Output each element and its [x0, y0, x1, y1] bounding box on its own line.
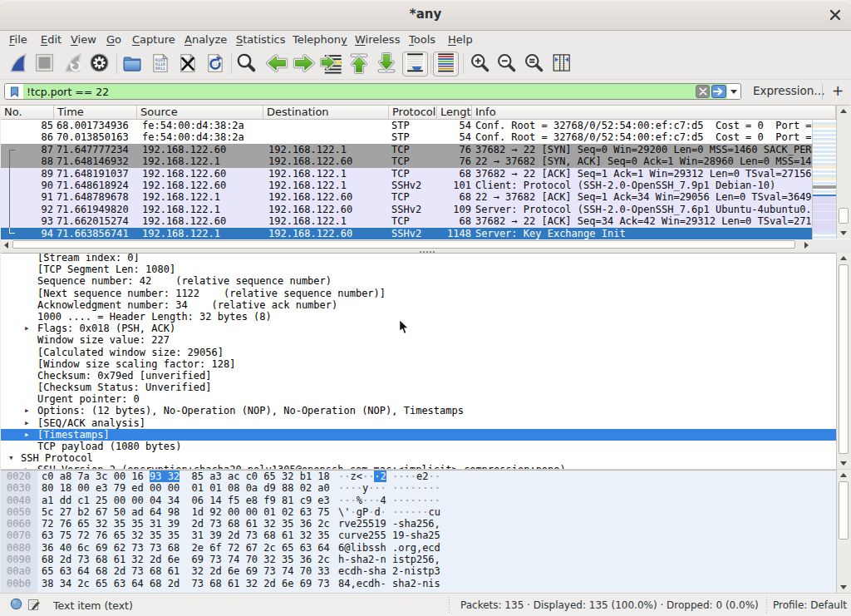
go-forward-button[interactable]: [293, 52, 316, 76]
hex-vscrollbar[interactable]: [836, 470, 850, 593]
go-first-button[interactable]: [347, 52, 371, 76]
packet-list-hscrollbar[interactable]: [1, 239, 812, 250]
hex-row-0030[interactable]: 003080 18 00 e3 79 ed 00 00 01 01 08 0a …: [1, 482, 836, 494]
packet-row-92[interactable]: 9271.661949820192.168.122.1192.168.122.6…: [1, 204, 812, 215]
go-last-button[interactable]: [375, 52, 398, 76]
scroll-down-icon[interactable]: [837, 582, 850, 593]
packet-list-minimap[interactable]: [812, 121, 836, 239]
detail-line[interactable]: ▸Options: (12 bytes), No-Operation (NOP)…: [1, 405, 836, 416]
resize-columns-button[interactable]: [549, 52, 573, 76]
scrollbar-thumb[interactable]: [839, 208, 849, 224]
menu-go[interactable]: Go: [106, 33, 121, 46]
column-header-info[interactable]: Info: [472, 106, 836, 120]
detail-line[interactable]: [Calculated window size: 29056]: [1, 347, 836, 358]
detail-line[interactable]: Urgent pointer: 0: [1, 393, 836, 405]
filter-bookmark-button[interactable]: [5, 84, 23, 99]
menu-statistics[interactable]: Statistics: [236, 33, 285, 46]
detail-line[interactable]: [TCP Segment Len: 1080]: [1, 264, 836, 275]
hex-row-0040[interactable]: 0040a1 dd c1 25 00 00 04 34 06 14 f5 e8 …: [1, 495, 836, 506]
packet-row-89[interactable]: 8971.648191037192.168.122.60192.168.122.…: [1, 168, 812, 180]
zoom-original-button[interactable]: [522, 52, 545, 76]
titlebar[interactable]: *any: [0, 0, 851, 31]
expander-closed-icon[interactable]: ▸: [24, 417, 30, 429]
start-capture-button[interactable]: [6, 52, 29, 76]
detail-line[interactable]: [Window size scaling factor: 128]: [1, 358, 836, 370]
capture-comment-icon[interactable]: [27, 598, 41, 614]
go-back-button[interactable]: [265, 52, 288, 76]
filter-add-button[interactable]: +: [832, 82, 844, 99]
close-file-button[interactable]: 01010110: [176, 52, 199, 76]
filter-dropdown-button[interactable]: [727, 84, 740, 99]
status-profile[interactable]: Profile: Default: [773, 599, 847, 611]
hex-row-00a0[interactable]: 00a065 63 64 68 2d 73 68 61 32 2d 6e 69 …: [1, 565, 836, 577]
detail-line[interactable]: ▸[SEQ/ACK analysis]: [1, 417, 836, 429]
detail-line[interactable]: TCP payload (1080 bytes): [1, 441, 836, 452]
scroll-left-icon[interactable]: [1, 239, 12, 250]
menu-telephony[interactable]: Telephony: [293, 33, 347, 46]
expression-button[interactable]: Expression…: [753, 84, 825, 97]
expander-closed-icon[interactable]: ▸: [24, 429, 30, 441]
stop-capture-button[interactable]: [32, 52, 56, 76]
detail-line[interactable]: Window size value: 227: [1, 334, 836, 346]
menu-file[interactable]: File: [9, 33, 27, 46]
detail-line[interactable]: Acknowledgment number: 34 (relative ack …: [1, 299, 836, 311]
scroll-right-icon[interactable]: [801, 239, 812, 250]
packet-row-87[interactable]: 8771.647777234192.168.122.60192.168.122.…: [1, 144, 812, 155]
menu-view[interactable]: View: [71, 33, 96, 46]
detail-line[interactable]: [Checksum Status: Unverified]: [1, 382, 836, 393]
close-icon[interactable]: [829, 8, 842, 22]
column-header-time[interactable]: Time: [54, 106, 137, 120]
detail-line[interactable]: [Next sequence number: 1122 (relative se…: [1, 288, 836, 299]
find-packet-button[interactable]: [234, 52, 258, 76]
column-header-source[interactable]: Source: [137, 106, 263, 120]
hex-row-00b0[interactable]: 00b038 34 2c 65 63 64 68 2d 73 68 61 32 …: [1, 578, 836, 589]
hex-row-0020[interactable]: 0020c0 a8 7a 3c 00 16 93 32 85 a3 ac c0 …: [1, 471, 836, 482]
capture-options-button[interactable]: [87, 52, 111, 76]
packet-row-90[interactable]: 9071.648618924192.168.122.60192.168.122.…: [1, 180, 812, 191]
display-filter-input[interactable]: !tcp.port == 22: [23, 86, 696, 98]
packet-list-vscrollbar[interactable]: [836, 106, 850, 239]
packet-row-88[interactable]: 8871.648146932192.168.122.1192.168.122.6…: [1, 155, 812, 167]
reload-file-button[interactable]: 01010110: [204, 52, 227, 76]
zoom-out-button[interactable]: [494, 52, 518, 76]
hex-row-0070[interactable]: 007063 75 72 76 65 32 35 35 31 39 2d 73 …: [1, 530, 836, 541]
expander-closed-icon[interactable]: ▸: [24, 323, 30, 334]
detail-vscrollbar[interactable]: [836, 253, 850, 469]
packet-row-94[interactable]: 9471.663856741192.168.122.1192.168.122.6…: [1, 228, 812, 239]
expert-info-icon[interactable]: [10, 598, 22, 613]
packet-row-93[interactable]: 9371.662015274192.168.122.60192.168.122.…: [1, 215, 812, 227]
scroll-down-icon[interactable]: [837, 458, 850, 469]
column-header-length[interactable]: Length: [437, 106, 472, 120]
menu-help[interactable]: Help: [448, 33, 473, 46]
scroll-down-icon[interactable]: [837, 228, 850, 239]
scrollbar-thumb[interactable]: [839, 264, 849, 454]
filter-apply-button[interactable]: [711, 85, 726, 98]
scrollbar-thumb[interactable]: [839, 481, 849, 540]
detail-line-selected[interactable]: ▸[Timestamps]: [1, 429, 836, 441]
packet-row-85[interactable]: 8568.001734936fe:54:00:d4:38:2aSTP54Conf…: [1, 120, 812, 131]
auto-scroll-button[interactable]: [402, 52, 428, 76]
column-header-destination[interactable]: Destination: [263, 106, 389, 120]
filter-clear-button[interactable]: [696, 85, 710, 98]
hex-row-0080[interactable]: 008036 40 6c 69 62 73 73 68 2e 6f 72 67 …: [1, 542, 836, 554]
menu-tools[interactable]: Tools: [409, 33, 435, 46]
detail-line[interactable]: ▾SSH Protocol: [1, 452, 836, 464]
detail-line[interactable]: ▸Flags: 0x018 (PSH, ACK): [1, 323, 836, 334]
packet-row-91[interactable]: 9171.648789678192.168.122.1192.168.122.6…: [1, 191, 812, 203]
hex-row-0050[interactable]: 00505c 27 b2 67 50 ad 64 98 1d 92 00 00 …: [1, 506, 836, 518]
column-header-protocol[interactable]: Protocol: [389, 106, 437, 120]
colorize-button[interactable]: [433, 52, 459, 76]
menu-analyze[interactable]: Analyze: [184, 33, 227, 46]
expander-closed-icon[interactable]: ▸: [24, 405, 30, 416]
expander-open-icon[interactable]: ▾: [8, 452, 14, 464]
hex-row-0090[interactable]: 009068 2d 73 68 61 32 2d 6e 69 73 74 70 …: [1, 554, 836, 565]
packet-row-86[interactable]: 8670.013850163fe:54:00:d4:38:2aSTP54Conf…: [1, 131, 812, 143]
go-to-packet-button[interactable]: [320, 52, 343, 76]
scroll-up-icon[interactable]: [837, 253, 850, 264]
scroll-up-icon[interactable]: [837, 106, 850, 116]
save-file-button[interactable]: 010101100011: [149, 52, 172, 76]
column-header-no[interactable]: No.: [1, 106, 54, 120]
detail-line[interactable]: 1000 .... = Header Length: 32 bytes (8): [1, 311, 836, 323]
detail-line[interactable]: Sequence number: 42 (relative sequence n…: [1, 275, 836, 287]
menu-wireless[interactable]: Wireless: [355, 33, 400, 46]
